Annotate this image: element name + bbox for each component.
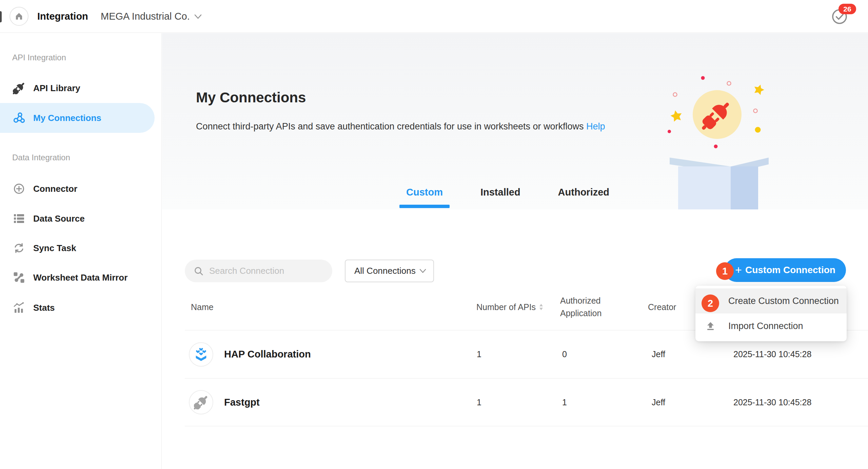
help-link[interactable]: Help (586, 121, 605, 131)
plus-circle-icon (13, 183, 25, 195)
sidebar-item-label: Sync Task (33, 243, 76, 253)
hap-logo-icon (189, 342, 213, 367)
annotation-marker-1: 1 (716, 262, 734, 280)
column-header-name[interactable]: Name (185, 302, 475, 312)
column-header-authorized-application[interactable]: Authorized Application (560, 294, 618, 320)
company-name: MEGA Industrial Co. (101, 11, 190, 22)
todo-check-button[interactable]: 26 (831, 8, 848, 25)
sync-icon (13, 242, 25, 254)
chevron-down-icon (419, 268, 427, 273)
connection-name: Fastgpt (224, 397, 260, 408)
main-area: My Connections Connect third-party APIs … (162, 33, 868, 469)
authorized-app-count: 1 (560, 397, 647, 407)
open-box-plug-illustration (667, 52, 770, 209)
search-connection-box[interactable] (185, 260, 332, 282)
tab-installed[interactable]: Installed (480, 187, 520, 209)
created-time: 2025-11-30 10:45:28 (733, 349, 868, 359)
tab-bar: Custom Installed Authorized (406, 187, 609, 209)
filter-selected-value: All Connections (354, 266, 416, 276)
edge-sliver (0, 11, 2, 22)
sidebar-item-data-source[interactable]: Data Source (0, 204, 155, 233)
sidebar-item-api-library[interactable]: API Library (0, 73, 155, 103)
plus-icon: + (735, 264, 742, 276)
table-row-fastgpt[interactable]: Fastgpt 1 1 Jeff 2025-11-30 10:45:28 (185, 379, 868, 426)
todo-count-badge: 26 (839, 4, 856, 14)
page-title: My Connections (196, 89, 306, 106)
section-label-api-integration: API Integration (12, 53, 66, 62)
custom-connection-button[interactable]: + Custom Connection (725, 258, 846, 282)
sort-icon[interactable] (539, 303, 543, 311)
plug-icon (189, 390, 213, 414)
search-input[interactable] (209, 266, 321, 276)
hero-header: My Connections Connect third-party APIs … (162, 33, 868, 209)
sidebar-item-label: Stats (33, 303, 55, 313)
company-selector[interactable]: MEGA Industrial Co. (101, 0, 202, 33)
tab-custom[interactable]: Custom (406, 187, 443, 209)
sidebar-item-label: Data Source (33, 213, 85, 224)
sidebar-item-worksheet-data-mirror[interactable]: Worksheet Data Mirror (0, 263, 155, 292)
connection-filter-select[interactable]: All Connections (345, 260, 434, 282)
sidebar-item-label: Connector (33, 184, 77, 194)
annotation-marker-2: 2 (702, 294, 719, 312)
sidebar-item-stats[interactable]: Stats (0, 293, 155, 323)
column-header-number-of-apis[interactable]: Number of APIs (475, 302, 560, 312)
menu-item-import-connection[interactable]: Import Connection (695, 313, 847, 339)
search-icon (194, 266, 204, 276)
authorized-app-count: 0 (560, 349, 647, 359)
chevron-down-icon (194, 14, 202, 19)
section-label-data-integration: Data Integration (12, 153, 70, 162)
plug-icon (13, 82, 25, 94)
apis-count: 1 (475, 397, 560, 407)
creator: Jeff (647, 397, 733, 407)
top-bar: Integration MEGA Industrial Co. 26 (0, 0, 868, 33)
created-time: 2025-11-30 10:45:28 (733, 397, 868, 407)
sidebar-item-label: Worksheet Data Mirror (33, 272, 127, 283)
home-icon (14, 11, 24, 21)
mirror-icon (13, 271, 25, 284)
connections-hub-icon (13, 112, 25, 124)
upload-icon (706, 322, 715, 333)
sidebar: API Integration API Library (0, 33, 162, 469)
connection-name: HAP Collaboration (224, 349, 311, 360)
app-title: Integration (37, 0, 88, 33)
creator: Jeff (647, 349, 733, 359)
sidebar-item-sync-task[interactable]: Sync Task (0, 233, 155, 263)
page-description: Connect third-party APIs and save authen… (196, 121, 605, 132)
sidebar-item-label: API Library (33, 83, 80, 94)
sidebar-item-label: My Connections (33, 113, 101, 123)
sidebar-item-my-connections[interactable]: My Connections (0, 103, 155, 133)
tab-authorized[interactable]: Authorized (558, 187, 609, 209)
custom-connection-menu: Create Custom Connection Import Connecti… (695, 286, 847, 341)
database-list-icon (13, 212, 25, 225)
sidebar-item-connector[interactable]: Connector (0, 174, 155, 204)
home-button[interactable] (9, 7, 28, 26)
stats-chart-icon (13, 302, 25, 314)
apis-count: 1 (475, 349, 560, 359)
